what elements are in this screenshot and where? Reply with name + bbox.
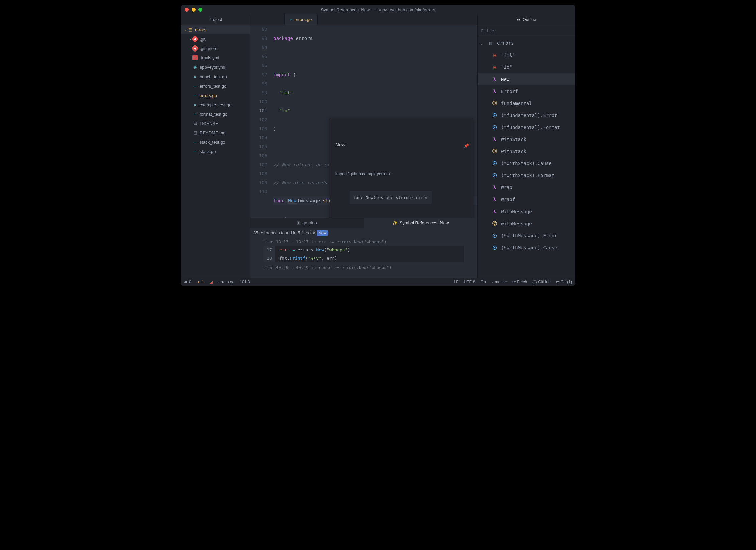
status-bar: ✖ 0 ▲ 1 ◪ errors.go 101:8 LF UTF-8 Go ⑂ … <box>181 278 575 286</box>
status-file[interactable]: errors.go <box>218 280 234 284</box>
outline-item-label: fundamental <box>501 101 532 106</box>
symbol-icon: ⦿ <box>492 161 498 166</box>
minimize-icon[interactable] <box>192 8 196 12</box>
tab-errors-go[interactable]: ∞ errors.go <box>285 14 318 25</box>
symbol-icon: ⦿ <box>492 113 498 118</box>
outline-item[interactable]: ⦿(*fundamental).Error <box>478 109 575 121</box>
tab-symbol-references[interactable]: ✨Symbol References: New <box>364 218 477 228</box>
symbol-icon: λ <box>492 209 498 214</box>
editor-tabs: ∞ errors.go <box>250 14 477 25</box>
outline-item[interactable]: λWrapf <box>478 193 575 205</box>
outline-item-label: "io" <box>501 64 512 70</box>
outline-panel: ☷Outline Filter ⌄ ▤ errors ▣"fmt"▣"io"λN… <box>477 14 575 278</box>
status-cursor-pos[interactable]: 101:8 <box>240 280 250 284</box>
zoom-icon[interactable] <box>198 8 202 12</box>
status-git[interactable]: ⇄ Git (1) <box>556 280 572 284</box>
status-branch[interactable]: ⑂ master <box>491 280 507 284</box>
tree-item[interactable]: ∞example_test.go <box>181 100 250 109</box>
tree-item[interactable]: ◉appveyor.yml <box>181 62 250 72</box>
tree-item-label: errors_test.go <box>200 84 226 89</box>
reference-snippet[interactable]: 17err := errors.New("whoops") 18fmt.Prin… <box>263 246 464 262</box>
status-encoding[interactable]: UTF-8 <box>464 280 475 284</box>
symbol-icon: ▣ <box>492 52 498 58</box>
outline-tree: ⌄ ▤ errors ▣"fmt"▣"io"λNewλErrorfⒸfundam… <box>478 37 575 278</box>
outline-root[interactable]: ⌄ ▤ errors <box>478 37 575 49</box>
tree-item[interactable]: T.travis.yml <box>181 53 250 62</box>
outline-item[interactable]: ⦿(*withMessage).Error <box>478 230 575 242</box>
tree-item[interactable]: ∞stack_test.go <box>181 137 250 147</box>
tree-item-label: .gitignore <box>200 46 217 51</box>
outline-item-label: (*fundamental).Format <box>501 125 560 130</box>
close-icon[interactable] <box>185 8 189 12</box>
outline-item[interactable]: ⦿(*fundamental).Format <box>478 121 575 133</box>
outline-item-label: "fmt" <box>501 52 515 58</box>
outline-item[interactable]: ⒸwithMessage <box>478 218 575 230</box>
tree-root[interactable]: ⌄ ▤ errors <box>181 25 250 34</box>
outline-item-label: Errorf <box>501 89 518 94</box>
reference-context[interactable]: Line 18:17 - 18:17 in err := errors.New(… <box>253 239 474 244</box>
symbol-icon: λ <box>492 185 498 190</box>
popup-signature: func New(message string) error <box>350 191 432 204</box>
package-icon: ▤ <box>187 27 193 32</box>
symbol-icon: Ⓒ <box>492 221 498 227</box>
status-language[interactable]: Go <box>481 280 486 284</box>
outline-item-label: WithMessage <box>501 209 532 214</box>
tree-item-label: bench_test.go <box>200 74 227 79</box>
tree-item-label: format_test.go <box>200 112 227 117</box>
outline-item[interactable]: ⒸwithStack <box>478 145 575 157</box>
outline-item[interactable]: λWithStack <box>478 133 575 145</box>
status-warnings[interactable]: ▲ 1 <box>197 280 204 284</box>
tree-item[interactable]: ∞stack.go <box>181 147 250 156</box>
gutter: 9293949596979899100101102103104105106107… <box>250 25 273 218</box>
references-summary: 35 references found in 5 files for New <box>253 230 474 235</box>
chevron-down-icon: ⌄ <box>183 28 187 32</box>
outline-item[interactable]: λWithMessage <box>478 205 575 218</box>
plus-icon: ⊞ <box>297 220 300 225</box>
go-icon: ∞ <box>290 18 292 21</box>
outline-filter[interactable]: Filter <box>478 25 575 37</box>
tree-item-label: appveyor.yml <box>200 65 225 70</box>
editor[interactable]: 9293949596979899100101102103104105106107… <box>250 25 477 218</box>
symbol-icon: ⦿ <box>492 233 498 238</box>
tree-item[interactable]: ∞errors_test.go <box>181 81 250 91</box>
tree-item[interactable]: ◆.gitignore <box>181 44 250 53</box>
tree-item[interactable]: ▤README.md <box>181 128 250 137</box>
pin-icon[interactable]: 📌 <box>464 141 469 150</box>
outline-item[interactable]: λNew <box>478 73 575 85</box>
bottom-panel-tabs: ⊞go-plus ✨Symbol References: New <box>250 218 477 228</box>
symbol-icon: ▣ <box>492 64 498 70</box>
reference-context[interactable]: Line 40:19 - 40:19 in cause := errors.Ne… <box>253 265 474 270</box>
outline-item-label: (*withMessage).Error <box>501 233 557 238</box>
outline-item[interactable]: Ⓒfundamental <box>478 97 575 109</box>
tree-item[interactable]: ∞bench_test.go <box>181 72 250 81</box>
tree-item[interactable]: ∞format_test.go <box>181 109 250 119</box>
outline-item[interactable]: ▣"io" <box>478 61 575 73</box>
status-errors[interactable]: ✖ 0 <box>184 280 191 284</box>
tree-item[interactable]: ›◆.git <box>181 34 250 44</box>
code-area[interactable]: package errors import ( "fmt" "io" ) // … <box>273 25 477 218</box>
outline-item[interactable]: ⦿(*withStack).Cause <box>478 157 575 169</box>
tree-item-label: .git <box>200 37 205 42</box>
status-line-ending[interactable]: LF <box>454 280 459 284</box>
symbol-icon: λ <box>492 137 498 142</box>
tree-item-label: README.md <box>200 130 225 135</box>
outline-item[interactable]: λErrorf <box>478 85 575 97</box>
symbol-icon: Ⓒ <box>492 100 498 106</box>
outline-item[interactable]: ▣"fmt" <box>478 49 575 61</box>
outline-item-label: (*fundamental).Error <box>501 113 557 118</box>
status-fetch[interactable]: ⟳ Fetch <box>512 280 527 284</box>
symbol-icon: Ⓒ <box>492 148 498 154</box>
tree-item-label: stack.go <box>200 149 216 154</box>
popup-title: New <box>335 140 468 149</box>
tree-item-label: stack_test.go <box>200 140 225 145</box>
status-github[interactable]: ◯ GitHub <box>532 280 550 284</box>
tab-label: errors.go <box>294 17 312 22</box>
tree-item[interactable]: ▤LICENSE <box>181 119 250 128</box>
outline-item[interactable]: ⦿(*withMessage).Cause <box>478 242 575 254</box>
outline-item-label: (*withMessage).Cause <box>501 245 557 250</box>
outline-item[interactable]: λWrap <box>478 181 575 193</box>
tree-item[interactable]: ∞errors.go <box>181 91 250 100</box>
tree-item-label: errors.go <box>200 93 217 98</box>
tab-go-plus[interactable]: ⊞go-plus <box>250 218 364 228</box>
outline-item[interactable]: ⦿(*withStack).Format <box>478 169 575 181</box>
